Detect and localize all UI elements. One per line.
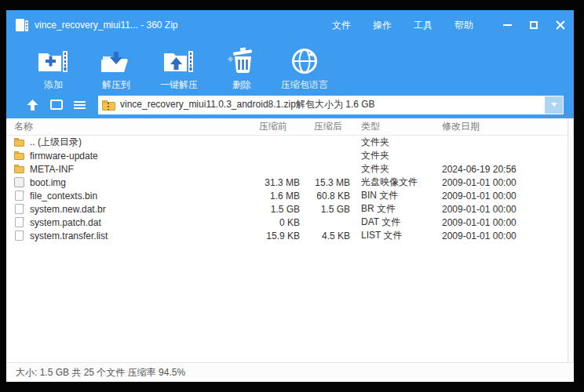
column-header-type[interactable]: 类型: [353, 120, 436, 133]
column-header-name[interactable]: 名称: [6, 120, 256, 133]
file-name: firmware-update: [30, 151, 98, 162]
file-type: 文件夹: [353, 149, 436, 162]
menu-tools[interactable]: 工具: [403, 14, 443, 37]
file-row[interactable]: .. (上级目录) 文件夹: [6, 136, 574, 149]
folder-icon: [14, 151, 25, 162]
column-header-size-before[interactable]: 压缩前: [256, 120, 303, 133]
close-icon: [556, 20, 565, 30]
file-name: META-INF: [30, 164, 74, 175]
file-type: 文件夹: [353, 162, 436, 176]
menu-help[interactable]: 帮助: [443, 14, 484, 37]
folder-icon: [14, 164, 25, 175]
menu-actions[interactable]: 操作: [362, 14, 403, 37]
file-type: BR 文件: [353, 202, 436, 216]
zip-document-icon: [16, 18, 29, 33]
file-list-body: .. (上级目录) 文件夹 firmware-update 文件夹 META-I…: [6, 136, 574, 242]
zip-archive-icon: [102, 100, 116, 111]
extract-to-button[interactable]: 解压到: [85, 40, 148, 94]
file-row[interactable]: file_contexts.bin 1.6 MB 60.8 KB BIN 文件 …: [6, 189, 574, 202]
close-button[interactable]: [547, 10, 574, 40]
file-icon: [14, 217, 25, 228]
statusbar: 大小: 1.5 GB 共 25 个文件 压缩率 94.5%: [6, 362, 574, 382]
toolbar: 添加 解压到 一键解压: [6, 40, 574, 94]
file-row[interactable]: firmware-update 文件夹: [6, 149, 574, 162]
maximize-icon: [530, 21, 538, 29]
file-size-after: 60.8 KB: [303, 191, 353, 201]
file-type: DAT 文件: [353, 216, 436, 229]
address-path: vince_recovery_miui11.0.3_android8.1.zip…: [120, 98, 375, 111]
file-size-before: 15.9 KB: [256, 230, 303, 241]
scrollbar[interactable]: [568, 118, 574, 362]
file-date: 2024-06-19 20:56: [436, 164, 574, 175]
toolbar-button-label: 压缩包语言: [281, 78, 328, 92]
disc-image-icon: [14, 177, 25, 188]
addressbar: vince_recovery_miui11.0.3_android8.1.zip…: [6, 94, 574, 118]
archive-language-icon: [290, 45, 319, 77]
minimize-icon: [503, 24, 512, 26]
file-icon: [14, 204, 25, 215]
up-button[interactable]: [26, 99, 39, 111]
file-name: boot.img: [30, 177, 66, 188]
file-name: file_contexts.bin: [30, 191, 97, 201]
file-row[interactable]: system.transfer.list 15.9 KB 4.5 KB LIST…: [6, 229, 574, 242]
add-archive-icon: [36, 45, 71, 77]
file-type: 光盘映像文件: [353, 176, 436, 189]
file-size-before: 31.3 MB: [256, 177, 303, 188]
file-name: .. (上级目录): [30, 136, 82, 149]
file-date: 2009-01-01 00:00: [436, 217, 574, 228]
delete-button[interactable]: 删除: [210, 40, 273, 94]
file-row[interactable]: boot.img 31.3 MB 15.3 MB 光盘映像文件 2009-01-…: [6, 176, 574, 189]
status-text: 大小: 1.5 GB 共 25 个文件 压缩率 94.5%: [16, 366, 185, 379]
archive-language-button[interactable]: 压缩包语言: [273, 40, 336, 94]
file-row[interactable]: system.new.dat.br 1.5 GB 1.5 GB BR 文件 20…: [6, 202, 574, 216]
titlebar: vince_recovery_miui11... - 360 Zip 文件 操作…: [6, 10, 574, 40]
view-mode-button[interactable]: [74, 101, 86, 109]
chevron-down-icon: [551, 103, 557, 107]
file-name: system.patch.dat: [30, 217, 101, 228]
folder-icon: [14, 137, 25, 148]
app-window: vince_recovery_miui11... - 360 Zip 文件 操作…: [6, 10, 574, 382]
file-size-after: 1.5 GB: [303, 204, 353, 215]
extract-to-icon: [99, 45, 133, 77]
menubar: 文件 操作 工具 帮助: [321, 14, 484, 37]
browse-icon: [50, 100, 63, 110]
file-date: 2009-01-01 00:00: [436, 177, 574, 188]
file-date: 2009-01-01 00:00: [436, 230, 574, 241]
list-header: 名称 压缩前 压缩后 类型 修改日期: [6, 118, 574, 136]
delete-icon: [226, 45, 257, 77]
column-header-date[interactable]: 修改日期: [436, 120, 574, 133]
file-icon: [14, 230, 25, 241]
file-size-after: 4.5 KB: [303, 230, 353, 241]
column-header-size-after[interactable]: 压缩后: [303, 120, 353, 133]
file-size-before: 0 KB: [256, 217, 303, 228]
file-icon: [14, 191, 25, 201]
minimize-button[interactable]: [494, 10, 520, 40]
window-title: vince_recovery_miui11... - 360 Zip: [35, 20, 178, 31]
file-row[interactable]: system.patch.dat 0 KB DAT 文件 2009-01-01 …: [6, 216, 574, 229]
toolbar-button-label: 添加: [44, 78, 63, 92]
toolbar-button-label: 解压到: [102, 78, 130, 92]
file-size-before: 1.6 MB: [256, 191, 303, 201]
file-type: 文件夹: [353, 136, 436, 149]
file-name: system.transfer.list: [30, 230, 108, 241]
file-type: LIST 文件: [353, 229, 436, 242]
file-size-after: 15.3 MB: [303, 177, 353, 188]
toolbar-button-label: 一键解压: [160, 78, 198, 92]
address-input[interactable]: vince_recovery_miui11.0.3_android8.1.zip…: [98, 96, 564, 114]
window-controls: [494, 10, 574, 40]
file-date: 2009-01-01 00:00: [436, 204, 574, 215]
file-row[interactable]: META-INF 文件夹 2024-06-19 20:56: [6, 162, 574, 176]
maximize-button[interactable]: [520, 10, 547, 40]
file-type: BIN 文件: [353, 189, 436, 202]
file-size-before: 1.5 GB: [256, 204, 303, 215]
browse-button[interactable]: [50, 100, 63, 110]
file-list: 名称 压缩前 压缩后 类型 修改日期 .. (上级目录) 文件夹 firmwar…: [6, 118, 574, 362]
up-arrow-icon: [26, 99, 39, 111]
file-name: system.new.dat.br: [30, 204, 106, 215]
add-button[interactable]: 添加: [22, 40, 85, 94]
toolbar-button-label: 删除: [232, 78, 251, 92]
menu-file[interactable]: 文件: [321, 14, 362, 37]
address-dropdown-button[interactable]: [545, 96, 563, 114]
one-click-extract-button[interactable]: 一键解压: [148, 40, 210, 94]
one-click-extract-icon: [162, 45, 196, 77]
